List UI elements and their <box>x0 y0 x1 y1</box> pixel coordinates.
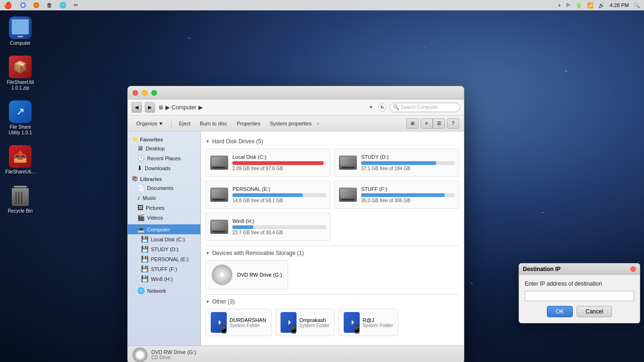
menubar-scissors-icon[interactable]: ✂ <box>72 1 80 9</box>
dialog-ok-button[interactable]: OK <box>547 306 573 317</box>
sidebar-item-study-d[interactable]: 💾 STUDY (D:) <box>128 244 200 254</box>
sidebar-item-music[interactable]: ♪ Music <box>128 193 200 203</box>
menubar-add-icon[interactable]: + <box>558 2 561 8</box>
view-list-button[interactable]: ≡ <box>421 118 433 129</box>
sidebar-item-computer[interactable]: 💻 Computer <box>128 224 200 234</box>
drive-bar-wrap-f <box>361 193 455 197</box>
forward-button[interactable]: ▶ <box>145 102 155 113</box>
drive-icon-e <box>210 185 229 204</box>
dialog-cancel-button[interactable]: Cancel <box>577 306 612 317</box>
dialog-close-button[interactable] <box>630 266 636 272</box>
toolbar-right: ⊞ ≡ ☰ ? <box>406 118 459 129</box>
sidebar-item-documents[interactable]: 📄 Documents <box>128 183 200 193</box>
eject-button[interactable]: Eject <box>175 119 194 128</box>
minimize-button[interactable] <box>142 90 148 96</box>
other-item-omprakash[interactable]: Omprakash System Folder <box>275 309 335 336</box>
drive-icon-f <box>339 185 357 204</box>
sidebar-item-videos[interactable]: 🎬 Videos <box>128 213 200 222</box>
sidebar-item-local-disk-c[interactable]: 💾 Local Disk (C:) <box>128 234 200 244</box>
share-blue-label: File Share Utility 1.0.1 <box>8 124 32 136</box>
menubar-globe-icon[interactable]: 🌐 <box>59 1 66 9</box>
close-button[interactable] <box>132 90 138 96</box>
network-sidebar-label: Network <box>147 288 166 294</box>
drive-icon-c <box>210 153 229 172</box>
omprakash-bt-icon <box>281 312 297 333</box>
dvd-icon <box>212 264 232 285</box>
desktop-icon-fileshareutil2[interactable]: 📤 FileShareUti... <box>4 145 37 175</box>
properties-button[interactable]: Properties <box>233 119 264 128</box>
menubar-wifi-icon: 📶 <box>587 2 594 8</box>
omprakash-name: Omprakash <box>299 317 330 323</box>
menubar-search-icon[interactable]: 🔍 <box>634 2 640 8</box>
sidebar-item-pictures[interactable]: 🖼 Pictures <box>128 203 200 213</box>
view-details-button[interactable]: ☰ <box>433 118 445 129</box>
drive-info-c: Local Disk (C:) 2.09 GB free of 97.6 GB <box>232 154 326 171</box>
system-properties-button[interactable]: System properties <box>266 119 315 128</box>
other-item-durdarshan[interactable]: DURDARSHAN System Folder <box>206 309 272 336</box>
maximize-button[interactable] <box>151 90 157 96</box>
drive-item-personal-e[interactable]: PERSONAL (E:) 14.8 GB free of 58.1 GB <box>206 181 330 209</box>
dropdown-btn[interactable]: ▼ <box>369 105 373 110</box>
search-box[interactable]: 🔍 Search Computer <box>389 103 460 112</box>
menubar-firefox-icon[interactable] <box>33 1 40 9</box>
sidebar-item-downloads[interactable]: ⬇ Downloads <box>128 163 200 173</box>
drive-name-d: STUDY (D:) <box>361 154 455 160</box>
computer-icon-label: Computer <box>10 41 31 46</box>
drive-icon-d <box>339 153 357 172</box>
back-button[interactable]: ◀ <box>132 102 142 113</box>
dvd-drive-item[interactable]: DVD RW Drive (G:) <box>206 260 288 289</box>
sidebar-item-recent-places[interactable]: 🕐 Recent Places <box>128 153 200 163</box>
other-section-header: Other (3) <box>206 298 459 305</box>
removable-section-header: Devices with Removable Storage (1) <box>206 250 459 256</box>
computer-icon-image <box>9 16 32 39</box>
sidebar-item-win8-h[interactable]: 💾 Win8 (H:) <box>128 274 200 284</box>
ip-address-input[interactable] <box>525 291 634 301</box>
other-item-raj[interactable]: R@J System Folder <box>339 309 398 336</box>
refresh-btn[interactable]: ↻ <box>378 103 387 112</box>
sidebar-item-network[interactable]: 🌐 Network <box>128 286 200 296</box>
sidebar-section-libraries: 📚 Libraries 📄 Documents ♪ Music 🖼 Pictur… <box>128 175 200 222</box>
menubar-chrome-icon[interactable] <box>19 1 27 9</box>
search-placeholder: Search Computer <box>401 105 438 110</box>
menubar-trash-icon[interactable]: 🗑 <box>46 1 53 9</box>
help-button[interactable]: ? <box>447 118 459 129</box>
sidebar-item-desktop[interactable]: 🖥 Desktop <box>128 143 200 153</box>
sidebar-header-favorites[interactable]: ⭐ Favorites <box>128 135 200 143</box>
drive-bar-wrap-c <box>232 161 326 165</box>
fileshare2-label: FileShareUti... <box>5 169 35 175</box>
window-titlebar <box>128 86 464 99</box>
drive-name-h: Win8 (H:) <box>232 218 326 224</box>
network-sidebar-icon: 🌐 <box>137 287 145 294</box>
view-toggle-button[interactable]: ⊞ <box>406 118 419 129</box>
sidebar-section-computer: 💻 Computer 💾 Local Disk (C:) 💾 STUDY (D:… <box>128 224 200 284</box>
desktop-icon-file-share-utility[interactable]: File Share Utility 1.0.1 <box>4 100 37 136</box>
organize-button[interactable]: Organize ▼ <box>132 119 167 128</box>
apple-menu[interactable]: 🍎 <box>4 1 12 9</box>
desktop-icon-recycle-bin[interactable]: Recycle Bin <box>4 184 37 214</box>
drive-item-study-d[interactable]: STUDY (D:) 37.1 GB free of 184 GB <box>334 148 459 177</box>
breadcrumb-separator: 🖥 <box>158 104 164 111</box>
drive-info-d: STUDY (D:) 37.1 GB free of 184 GB <box>361 154 455 171</box>
drive-name-c: Local Disk (C:) <box>232 154 326 160</box>
removable-grid: DVD RW Drive (G:) <box>206 260 459 289</box>
sidebar-header-libraries[interactable]: 📚 Libraries <box>128 175 200 183</box>
drive-bar-c <box>232 161 323 165</box>
desktop-icon-fileshareutil-zip[interactable]: 📦 FileShareUtil 1.0.1.zip <box>4 56 37 91</box>
sidebar: ⭐ Favorites 🖥 Desktop 🕐 Recent Places ⬇ … <box>128 132 201 346</box>
burn-to-disc-button[interactable]: Burn to disc <box>196 119 231 128</box>
drive-item-stuff-f[interactable]: STUFF (F:) 35.0 GB free of 306 GB <box>334 181 459 209</box>
drive-bar-wrap-e <box>232 193 326 197</box>
raj-bt-icon <box>344 312 360 333</box>
durdarshan-type: System Folder <box>230 323 266 328</box>
drive-item-win8-h[interactable]: Win8 (H:) 23.7 GB free of 30.4 GB <box>206 213 330 241</box>
sidebar-item-personal-e[interactable]: 💾 PERSONAL (E:) <box>128 254 200 264</box>
desktop-icon-computer[interactable]: Computer <box>4 16 37 46</box>
drive-item-local-disk-c[interactable]: Local Disk (C:) 2.09 GB free of 97.6 GB <box>206 148 330 177</box>
sidebar-item-stuff-f[interactable]: 💾 STUFF (F:) <box>128 264 200 274</box>
drive-free-c: 2.09 GB free of 97.6 GB <box>232 166 326 171</box>
libraries-label: Libraries <box>140 176 162 182</box>
content-area: ⭐ Favorites 🖥 Desktop 🕐 Recent Places ⬇ … <box>128 132 464 346</box>
libraries-icon: 📚 <box>132 176 138 182</box>
breadcrumb-computer[interactable]: Computer <box>172 104 197 111</box>
local-disk-c-label: Local Disk (C:) <box>151 237 185 242</box>
